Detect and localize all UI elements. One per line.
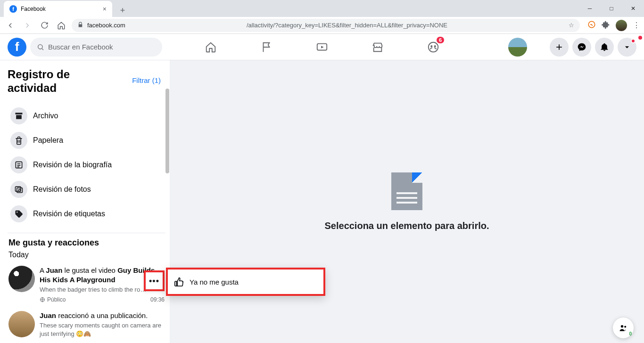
search-placeholder: Buscar en Facebook bbox=[48, 43, 113, 51]
notifications-button[interactable] bbox=[595, 38, 614, 57]
extension-icon[interactable] bbox=[587, 20, 596, 31]
timeline-review-icon bbox=[10, 156, 27, 173]
top-nav: 6 bbox=[185, 36, 459, 58]
address-domain: facebook.com bbox=[87, 22, 125, 29]
profile-avatar-icon[interactable] bbox=[616, 20, 627, 31]
facebook-favicon-icon: f bbox=[9, 5, 17, 13]
activity-avatar bbox=[8, 266, 35, 292]
close-tab-icon[interactable]: × bbox=[103, 5, 107, 13]
sidebar-item-label: Revisión de etiquetas bbox=[33, 210, 105, 218]
create-button[interactable] bbox=[550, 38, 569, 57]
svg-point-1 bbox=[38, 44, 42, 49]
svg-point-9 bbox=[19, 189, 21, 191]
svg-point-5 bbox=[434, 45, 436, 47]
privacy-label: Público bbox=[47, 296, 66, 303]
nav-groups[interactable]: 6 bbox=[407, 36, 459, 58]
nav-pages[interactable] bbox=[240, 36, 292, 58]
activity-avatar bbox=[8, 311, 35, 337]
sidebar-item-tag-review[interactable]: Revisión de etiquetas bbox=[8, 202, 165, 226]
tab-title: Facebook bbox=[21, 6, 46, 12]
sidebar-item-photo-review[interactable]: Revisión de fotos bbox=[8, 177, 165, 202]
trash-icon bbox=[10, 132, 27, 149]
empty-state-text: Selecciona un elemento para abrirlo. bbox=[324, 220, 489, 231]
user-avatar[interactable] bbox=[508, 38, 527, 57]
globe-icon bbox=[40, 297, 45, 302]
svg-point-12 bbox=[624, 326, 626, 328]
address-path: /allactivity/?category_key=LIKES&filter_… bbox=[129, 22, 565, 29]
sidebar: Registro de actividad Filtrar (1) Archiv… bbox=[0, 60, 170, 343]
sidebar-item-timeline-review[interactable]: Revisión de la biografía bbox=[8, 153, 165, 177]
back-button[interactable] bbox=[4, 19, 17, 32]
browser-toolbar: facebook.com /allactivity/?category_key=… bbox=[0, 17, 644, 34]
activity-description: These scary moments caught on camera are… bbox=[40, 321, 165, 338]
browser-tab[interactable]: f Facebook × bbox=[4, 1, 112, 17]
new-message-count: 0 bbox=[629, 331, 632, 336]
close-window-button[interactable]: ✕ bbox=[622, 0, 644, 17]
home-button[interactable] bbox=[55, 19, 68, 32]
nav-marketplace[interactable] bbox=[352, 36, 404, 58]
minimize-button[interactable]: ─ bbox=[579, 0, 601, 17]
notification-dot-icon bbox=[631, 39, 636, 43]
like-icon bbox=[173, 277, 184, 287]
chevron-down-icon bbox=[622, 42, 632, 52]
facebook-header: f Buscar en Facebook 6 bbox=[0, 34, 644, 60]
bookmark-star-icon[interactable]: ☆ bbox=[569, 22, 574, 29]
section-likes-reactions: Me gusta y reacciones bbox=[8, 238, 165, 248]
lock-icon bbox=[77, 22, 83, 29]
photo-review-icon bbox=[10, 181, 27, 198]
context-menu-label: Ya no me gusta bbox=[190, 278, 239, 286]
new-tab-button[interactable]: + bbox=[116, 4, 129, 17]
svg-point-4 bbox=[430, 45, 432, 47]
marketplace-icon bbox=[372, 41, 384, 53]
people-icon bbox=[619, 323, 628, 333]
header-right bbox=[508, 38, 636, 57]
watch-icon bbox=[316, 41, 328, 53]
archive-icon bbox=[10, 107, 27, 124]
divider bbox=[8, 233, 165, 233]
bell-icon bbox=[600, 42, 609, 52]
forward-button[interactable] bbox=[21, 19, 34, 32]
tag-icon bbox=[10, 205, 27, 222]
extensions-puzzle-icon[interactable] bbox=[602, 20, 610, 31]
filter-link[interactable]: Filtrar (1) bbox=[132, 76, 161, 84]
groups-icon bbox=[427, 41, 439, 53]
sidebar-item-label: Revisión de fotos bbox=[33, 185, 91, 194]
search-input[interactable]: Buscar en Facebook bbox=[30, 38, 162, 57]
activity-text: Juan reaccionó a una publicación. bbox=[40, 311, 165, 320]
sidebar-item-archive[interactable]: Archivo bbox=[8, 104, 165, 128]
search-icon bbox=[37, 43, 44, 51]
svg-point-11 bbox=[621, 325, 623, 327]
facebook-logo-icon[interactable]: f bbox=[8, 38, 26, 57]
plus-icon bbox=[554, 42, 564, 52]
empty-document-icon bbox=[391, 172, 422, 210]
new-message-button[interactable]: 0 bbox=[613, 318, 634, 338]
chrome-menu-icon[interactable]: ⋮ bbox=[633, 21, 640, 30]
window-controls: ─ □ ✕ bbox=[579, 0, 644, 17]
address-bar[interactable]: facebook.com /allactivity/?category_key=… bbox=[72, 19, 580, 32]
nav-home[interactable] bbox=[185, 36, 237, 58]
activity-time: 09:36 bbox=[150, 296, 165, 303]
sidebar-item-label: Revisión de la biografía bbox=[33, 161, 112, 169]
sidebar-item-label: Archivo bbox=[33, 112, 58, 120]
sidebar-item-trash[interactable]: Papelera bbox=[8, 128, 165, 153]
svg-point-3 bbox=[429, 42, 438, 51]
sidebar-item-label: Papelera bbox=[33, 136, 63, 145]
activity-item[interactable]: A Juan le gusta el video Guy Builds His … bbox=[8, 263, 165, 308]
groups-badge: 6 bbox=[437, 37, 444, 43]
account-menu-button[interactable] bbox=[618, 38, 636, 57]
browser-tab-strip: f Facebook × + ─ □ ✕ bbox=[0, 0, 644, 17]
context-menu-unlike[interactable]: Ya no me gusta bbox=[166, 268, 325, 296]
nav-watch[interactable] bbox=[296, 36, 348, 58]
flag-icon bbox=[260, 41, 272, 53]
messenger-icon bbox=[577, 42, 586, 52]
messenger-button[interactable] bbox=[572, 38, 591, 57]
activity-options-button[interactable]: ••• bbox=[144, 270, 165, 291]
day-label: Today bbox=[8, 251, 165, 259]
home-icon bbox=[205, 41, 217, 53]
reload-button[interactable] bbox=[38, 19, 51, 32]
maximize-button[interactable]: □ bbox=[601, 0, 622, 17]
main-panel: Selecciona un elemento para abrirlo. bbox=[170, 60, 644, 343]
page-title: Registro de actividad bbox=[8, 68, 111, 95]
scroll-indicator-dot bbox=[638, 36, 642, 40]
activity-item[interactable]: Juan reaccionó a una publicación. These … bbox=[8, 308, 165, 343]
